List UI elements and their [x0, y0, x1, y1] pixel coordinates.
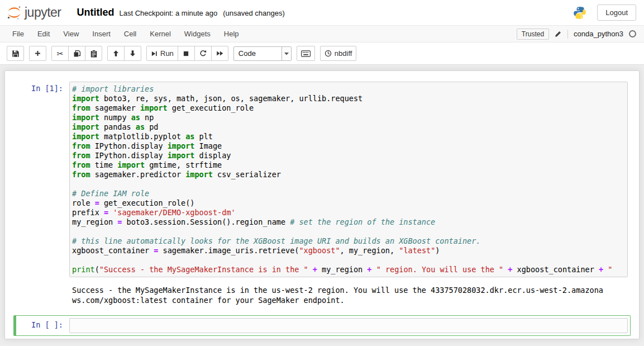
menu-view[interactable]: View: [56, 26, 85, 42]
add-cell-button[interactable]: [29, 46, 46, 61]
menu-file[interactable]: File: [6, 26, 31, 42]
header-right: Logout: [573, 4, 636, 21]
run-icon: [151, 50, 158, 57]
site-background: In [1]: # import librariesimport boto3, …: [0, 65, 644, 346]
menu-cell[interactable]: Cell: [117, 26, 143, 42]
command-palette-button[interactable]: [297, 46, 315, 61]
notebook-container: In [1]: # import librariesimport boto3, …: [4, 70, 640, 339]
plus-icon: [34, 50, 41, 57]
restart-icon: [199, 50, 207, 57]
copy-cells-button[interactable]: [68, 46, 85, 61]
menu-bar: File Edit View Insert Cell Kernel Widget…: [0, 25, 644, 42]
notebook-header: jupyter Untitled Last Checkpoint: a minu…: [0, 0, 644, 25]
notebook-title[interactable]: Untitled: [77, 7, 115, 18]
interrupt-kernel-button[interactable]: [178, 46, 195, 61]
toolbar: ✂: [0, 42, 644, 65]
cell-output-text: Success - the MySageMakerInstance is in …: [69, 284, 631, 306]
cell-input-prompt: In [ ]:: [16, 318, 69, 333]
save-icon: [12, 50, 20, 58]
restart-run-all-button[interactable]: [211, 46, 228, 61]
cell-input-prompt: In [1]:: [16, 82, 69, 277]
menu-kernel[interactable]: Kernel: [143, 26, 178, 42]
menu-insert[interactable]: Insert: [85, 26, 117, 42]
edit-mode-pencil-icon: [555, 30, 562, 37]
cell-output-area: Success - the MySageMakerInstance is in …: [13, 284, 631, 306]
menu-edit[interactable]: Edit: [31, 26, 56, 42]
code-editor-empty[interactable]: [69, 318, 628, 333]
cut-cells-button[interactable]: ✂: [51, 46, 69, 61]
restart-kernel-button[interactable]: [194, 46, 212, 61]
cut-icon: ✂: [57, 50, 64, 58]
copy-icon: [73, 50, 81, 58]
jupyter-logo[interactable]: jupyter: [7, 5, 61, 20]
stop-icon: [183, 50, 189, 57]
menu-widgets[interactable]: Widgets: [178, 26, 217, 42]
menu-help[interactable]: Help: [217, 26, 246, 42]
kernel-idle-indicator-icon: [629, 30, 636, 37]
python-kernel-logo-icon: [573, 6, 587, 20]
arrow-down-icon: [129, 50, 136, 57]
jupyter-logo-text: jupyter: [25, 5, 61, 20]
nbdiff-button[interactable]: nbdiff: [320, 46, 357, 61]
move-cell-down-button[interactable]: [124, 46, 141, 61]
arrow-up-icon: [112, 50, 120, 57]
kernel-name[interactable]: conda_python3: [574, 30, 623, 38]
code-cell-2-selected[interactable]: In [ ]:: [13, 315, 631, 336]
trusted-badge[interactable]: Trusted: [517, 29, 549, 40]
notebook-status-area: Trusted conda_python3: [517, 26, 636, 42]
clock-icon: [325, 50, 332, 57]
paste-icon: [90, 50, 98, 58]
paste-cells-button[interactable]: [85, 46, 102, 61]
run-button-label: Run: [160, 49, 174, 58]
keyboard-icon: [301, 50, 311, 57]
move-cell-up-button[interactable]: [107, 46, 125, 61]
unsaved-changes-indicator: (unsaved changes): [223, 9, 285, 17]
title-group: Untitled Last Checkpoint: a minute ago (…: [77, 7, 573, 18]
cell-spacer: [13, 306, 631, 315]
nbdiff-button-label: nbdiff: [335, 49, 352, 58]
cell-output-prompt: [16, 284, 69, 306]
cell-type-value: Code: [234, 49, 282, 58]
code-editor[interactable]: # import librariesimport boto3, re, sys,…: [69, 82, 628, 277]
logout-button[interactable]: Logout: [597, 4, 636, 21]
menu-list: File Edit View Insert Cell Kernel Widget…: [6, 26, 517, 42]
chevron-down-icon: [282, 47, 291, 60]
save-button[interactable]: [7, 46, 24, 61]
code-cell-1[interactable]: In [1]: # import librariesimport boto3, …: [13, 79, 631, 280]
divider: [567, 30, 568, 39]
fast-forward-icon: [216, 50, 223, 57]
checkpoint-status: Last Checkpoint: a minute ago: [120, 9, 218, 17]
run-button[interactable]: Run: [146, 46, 178, 61]
cell-type-select[interactable]: Code: [233, 46, 292, 61]
jupyter-logo-icon: [7, 5, 22, 20]
